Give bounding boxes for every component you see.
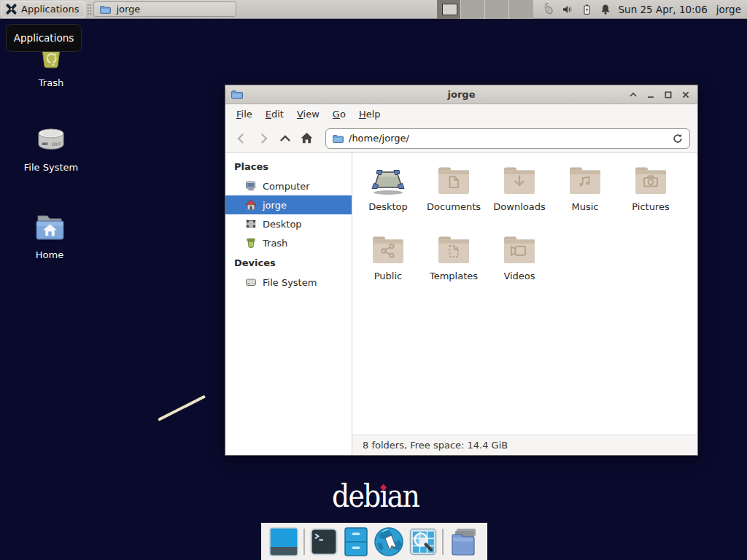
forward-button[interactable] [253,128,273,148]
logo-text-i: ı [379,481,387,513]
back-button[interactable] [231,128,251,148]
workspace-2[interactable] [461,0,485,19]
sidebar-item-computer[interactable]: Computer [225,176,352,195]
dock-separator [303,529,305,555]
file-manager-window: jorge File Edit View Go Help [225,85,698,456]
input-device-icon[interactable] [542,3,554,15]
application-finder-icon[interactable] [409,528,437,556]
desktop-icon [245,218,257,230]
folder-icon [332,133,344,144]
panel-handle[interactable] [87,4,92,15]
window-titlebar[interactable]: jorge [225,85,697,104]
sidebar-header-places: Places [225,156,352,176]
sidebar-item-label: File System [263,277,317,288]
sidebar-item-trash[interactable]: Trash [225,233,352,252]
sidebar-item-jorge[interactable]: jorge [225,195,352,214]
battery-charging-icon[interactable] [581,4,592,15]
folder-item-documents[interactable]: Documents [421,160,487,230]
folder-label: Videos [503,271,535,281]
folder-label: Desktop [368,201,408,212]
panel-username[interactable]: jorge [716,4,741,15]
folder-item-music[interactable]: Music [552,160,618,230]
applications-menu-label: Applications [21,4,79,15]
reload-button[interactable] [672,133,684,144]
folder-item-pictures[interactable]: Pictures [618,160,684,230]
show-desktop-icon[interactable] [269,527,298,556]
logo-text-post: an [387,478,419,514]
minimize-button[interactable] [645,89,656,100]
statusbar: 8 folders, Free space: 14.4 GiB [352,435,697,455]
home-icon [245,199,257,211]
applications-menu-button[interactable]: Applications [1,1,85,18]
folder-icon [99,4,111,15]
desktop-icon-label: File System [24,162,78,173]
notifications-icon[interactable] [600,4,611,15]
sidebar-item-desktop[interactable]: Desktop [225,214,352,233]
menu-edit[interactable]: Edit [259,106,290,122]
menu-view[interactable]: View [290,106,326,122]
desktop-icon-label: Home [36,249,63,260]
pictures-folder-icon [632,163,670,197]
terminal-emulator-icon[interactable] [310,528,338,556]
panel-clock[interactable]: Sun 25 Apr, 10:06 [619,4,708,15]
volume-icon[interactable] [562,4,573,15]
close-button[interactable] [680,89,691,100]
sidebar-header-devices: Devices [225,252,352,273]
tooltip-text: Applications [14,32,74,44]
sidebar-item-label: Desktop [263,219,302,230]
folder-label: Documents [427,201,481,212]
applications-tooltip: Applications [6,24,82,52]
taskbar-window-button[interactable]: jorge [93,1,236,17]
sidebar-item-label: Trash [263,238,287,249]
menu-help[interactable]: Help [352,106,387,122]
workspace-1[interactable] [437,0,461,19]
side-pane: Places Computer [225,153,352,455]
sidebar-item-label: Computer [263,181,310,192]
maximize-button[interactable] [662,89,673,100]
menu-file[interactable]: File [230,106,259,122]
drive-icon [34,124,68,158]
folder-item-public[interactable]: Public [355,230,421,299]
workspace-4[interactable] [509,0,533,19]
folder-item-downloads[interactable]: Downloads [487,160,552,230]
top-panel: Applications jorge [0,0,747,19]
location-bar[interactable]: /home/jorge/ [325,128,690,149]
sidebar-item-file-system[interactable]: File System [225,273,352,292]
window-folder-icon [231,88,243,101]
folder-item-templates[interactable]: Templates [421,230,487,299]
computer-icon [245,180,257,192]
workspace-switcher [437,0,533,19]
folder-label: Templates [430,271,478,281]
taskbar-window-label: jorge [116,4,140,15]
drive-icon [245,276,257,288]
xfce-logo-icon [5,3,18,15]
file-folder-icon[interactable] [449,527,479,556]
folder-label: Music [572,201,599,212]
templates-folder-icon [435,233,473,266]
music-folder-icon [566,163,604,197]
home-folder-icon [33,211,66,245]
logo-text-pre: deb [332,478,379,514]
home-button[interactable] [297,128,317,148]
menu-go[interactable]: Go [326,106,352,122]
location-path: /home/jorge/ [349,133,409,144]
folder-item-videos[interactable]: Videos [487,230,552,299]
window-title: jorge [225,89,697,100]
desktop-icon-home[interactable]: Home [15,211,85,260]
folder-label: Downloads [493,201,545,212]
system-tray [542,3,611,15]
debian-logo: debıan [332,481,419,513]
shade-button[interactable] [627,89,638,100]
desktop-folder-icon [369,163,407,197]
workspace-3[interactable] [485,0,509,19]
desktop-icon-file-system[interactable]: File System [16,124,86,173]
public-folder-icon [369,233,407,266]
folder-item-desktop[interactable]: Desktop [355,160,421,230]
menubar: File Edit View Go Help [225,104,697,124]
web-browser-icon[interactable] [374,526,404,557]
toolbar: /home/jorge/ [225,124,697,153]
up-button[interactable] [275,128,295,148]
file-manager-icon[interactable] [343,527,369,556]
downloads-folder-icon [500,163,538,197]
dock [261,523,487,560]
